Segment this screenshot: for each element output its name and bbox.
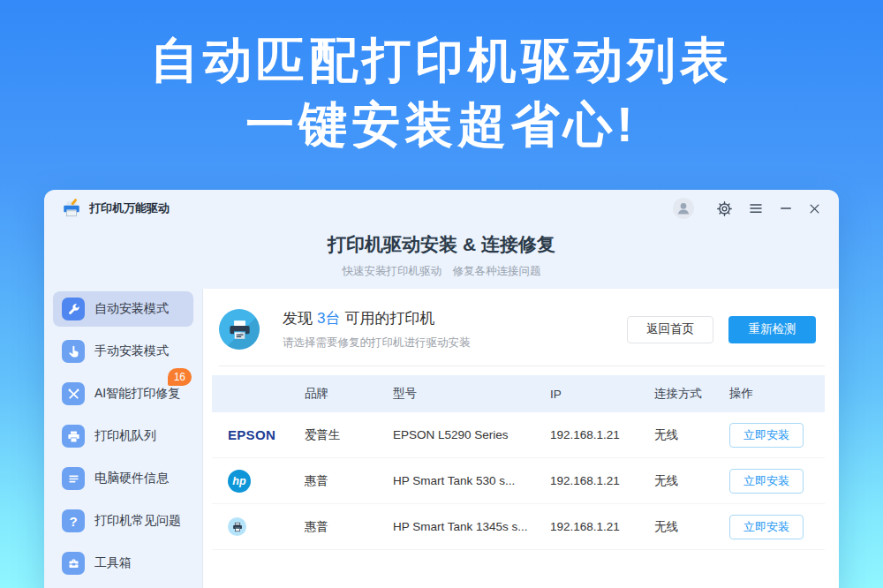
- sidebar-item-label: AI智能打印修复: [94, 386, 180, 402]
- sidebar-item-label: 打印机队列: [94, 428, 156, 444]
- sidebar-item-manual-install[interactable]: 手动安装模式: [53, 334, 193, 369]
- table-header-model: 型号: [384, 386, 541, 402]
- page-title: 打印机驱动安装 & 连接修复: [44, 231, 839, 258]
- sidebar-item-auto-install[interactable]: 自动安装模式: [53, 291, 193, 327]
- table-row: hp 惠普 HP Smart Tank 530 s... 192.168.1.2…: [212, 458, 825, 504]
- sidebar-item-toolbox[interactable]: 工具箱: [53, 546, 193, 581]
- hp-logo: hp: [228, 470, 251, 493]
- rescan-button[interactable]: 重新检测: [728, 316, 816, 343]
- sidebar-item-ai-repair[interactable]: AI智能打印修复 16: [53, 376, 193, 411]
- discovery-title-suffix: 可用的打印机: [344, 310, 434, 327]
- printer-count: 3台: [317, 310, 340, 327]
- window-title: 打印机万能驱动: [89, 200, 170, 216]
- install-now-button[interactable]: 立即安装: [729, 515, 804, 539]
- sidebar-item-label: 电脑硬件信息: [94, 471, 169, 486]
- sidebar: 自动安装模式 手动安装模式 AI智能打印修复: [44, 289, 203, 588]
- table-header-connection: 连接方式: [645, 386, 729, 402]
- minimize-icon[interactable]: [779, 201, 793, 215]
- table-header-brand: 品牌: [296, 386, 384, 402]
- model-cell: HP Smart Tank 530 s...: [384, 474, 541, 487]
- sidebar-item-label: 工具箱: [94, 555, 132, 571]
- settings-gear-icon[interactable]: [716, 200, 733, 217]
- banner-line-2: 一键安装超省心!: [0, 93, 883, 157]
- wrench-icon: [62, 298, 85, 320]
- ip-cell: 192.168.1.21: [541, 428, 645, 441]
- crossed-tools-icon: [62, 382, 85, 405]
- printer-circle-icon: [219, 309, 260, 350]
- generic-printer-logo-icon: [228, 517, 246, 536]
- printer-icon: [62, 425, 85, 448]
- discovery-section: 发现3台可用的打印机 请选择需要修复的打印机进行驱动安装 返回首页 重新检测: [212, 289, 825, 366]
- question-icon: ?: [62, 509, 85, 532]
- epson-logo: EPSON: [228, 427, 275, 442]
- main-panel: 发现3台可用的打印机 请选择需要修复的打印机进行驱动安装 返回首页 重新检测 品…: [203, 289, 839, 588]
- question-glyph: ?: [69, 514, 77, 529]
- toolbox-icon: [62, 552, 85, 575]
- title-bar: 打印机万能驱动: [44, 190, 839, 227]
- discovery-subtitle: 请选择需要修复的打印机进行驱动安装: [283, 335, 471, 351]
- notification-badge: 16: [168, 368, 192, 386]
- back-home-button[interactable]: 返回首页: [627, 316, 713, 343]
- hand-pointer-icon: [62, 340, 85, 363]
- connection-cell: 无线: [645, 427, 729, 443]
- brand-cell: 惠普: [296, 519, 384, 535]
- sidebar-item-printer-queue[interactable]: 打印机队列: [53, 418, 193, 454]
- section-divider: [219, 366, 825, 366]
- app-window: 打印机万能驱动: [44, 190, 839, 588]
- install-now-button[interactable]: 立即安装: [729, 423, 804, 448]
- install-now-button[interactable]: 立即安装: [729, 469, 804, 494]
- discovery-title-prefix: 发现: [283, 310, 313, 327]
- table-row: EPSON 爱普生 EPSON L5290 Series 192.168.1.2…: [212, 412, 825, 458]
- connection-cell: 无线: [645, 473, 729, 489]
- hero-banner: 自动匹配打印机驱动列表 一键安装超省心!: [0, 28, 883, 156]
- table-header-action: 操作: [729, 386, 825, 402]
- brand-cell: 爱普生: [296, 427, 384, 443]
- model-cell: EPSON L5290 Series: [384, 428, 541, 441]
- brand-cell: 惠普: [296, 473, 384, 489]
- connection-cell: 无线: [645, 519, 729, 535]
- discovery-title: 发现3台可用的打印机: [283, 308, 471, 328]
- printer-table: 品牌 型号 IP 连接方式 操作 EPSON 爱普生 EPSON L5290 S…: [212, 375, 825, 588]
- ip-cell: 192.168.1.21: [541, 474, 645, 487]
- sidebar-item-label: 自动安装模式: [94, 301, 169, 317]
- page-header: 打印机驱动安装 & 连接修复 快速安装打印机驱动 修复各种连接问题: [44, 227, 839, 279]
- list-lines-icon: [62, 467, 85, 490]
- table-header-ip: IP: [541, 388, 645, 401]
- page-subtitle: 快速安装打印机驱动 修复各种连接问题: [44, 263, 839, 279]
- sidebar-item-label: 手动安装模式: [94, 343, 169, 359]
- ip-cell: 192.168.1.21: [541, 520, 645, 533]
- menu-hamburger-icon[interactable]: [748, 200, 764, 216]
- sidebar-item-faq[interactable]: ? 打印机常见问题: [53, 503, 193, 539]
- app-logo-printer-wrench-icon: [62, 199, 81, 218]
- sidebar-item-label: 打印机常见问题: [94, 513, 181, 529]
- close-icon[interactable]: [808, 202, 821, 215]
- table-header-row: 品牌 型号 IP 连接方式 操作: [212, 375, 825, 412]
- table-row: 惠普 HP Smart Tank 1345s s... 192.168.1.21…: [212, 504, 825, 550]
- model-cell: HP Smart Tank 1345s s...: [384, 520, 541, 533]
- banner-line-1: 自动匹配打印机驱动列表: [0, 28, 883, 93]
- account-avatar[interactable]: [673, 198, 694, 219]
- sidebar-item-hardware-info[interactable]: 电脑硬件信息: [53, 461, 193, 496]
